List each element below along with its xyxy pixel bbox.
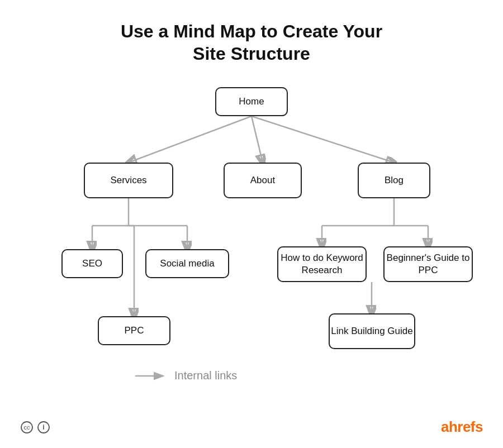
page-container: Use a Mind Map to Create Your Site Struc… <box>0 0 503 448</box>
connectors-svg <box>11 76 492 389</box>
svg-text:cc: cc <box>24 424 31 431</box>
node-seo: SEO <box>61 249 123 278</box>
node-services: Services <box>84 163 173 198</box>
brand-logo: ahrefs <box>441 418 483 436</box>
node-ppc: PPC <box>98 316 170 345</box>
node-beginner-ppc: Beginner's Guide to PPC <box>383 246 473 282</box>
node-social-media: Social media <box>145 249 229 278</box>
info-icon: i <box>37 421 50 434</box>
svg-line-1 <box>252 116 263 163</box>
svg-line-0 <box>129 116 252 163</box>
node-keyword-research: How to do Keyword Research <box>277 246 367 282</box>
node-home: Home <box>215 87 288 116</box>
footer-icons: cc i <box>20 421 50 434</box>
mind-map-diagram: Home Services About Blog SEO Social medi… <box>11 76 492 389</box>
node-link-building: Link Building Guide <box>329 313 415 349</box>
page-title: Use a Mind Map to Create Your Site Struc… <box>84 20 419 65</box>
footer: cc i ahrefs <box>0 418 503 436</box>
svg-text:i: i <box>42 423 44 431</box>
node-about: About <box>224 163 302 198</box>
svg-line-2 <box>252 116 394 163</box>
cc-icon: cc <box>20 421 34 434</box>
node-blog: Blog <box>358 163 430 198</box>
